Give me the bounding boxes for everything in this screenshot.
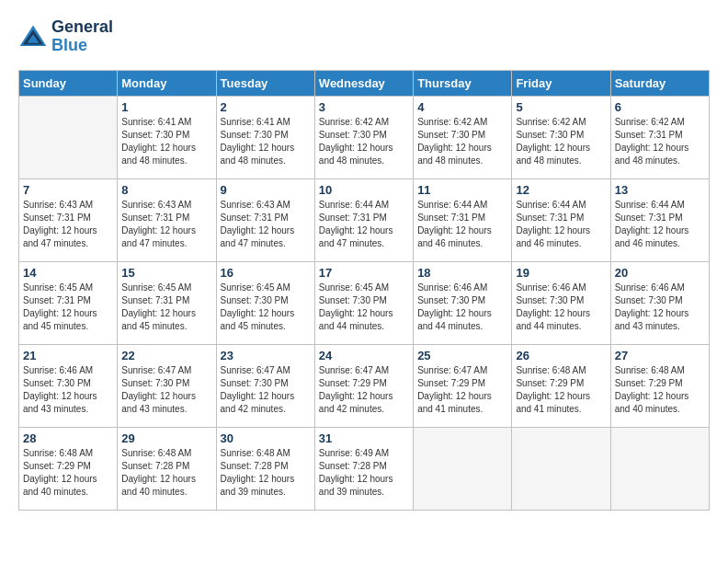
day-number: 8	[121, 183, 211, 197]
day-info: Sunrise: 6:47 AMSunset: 7:29 PMDaylight:…	[319, 364, 409, 416]
calendar-day-cell: 19Sunrise: 6:46 AMSunset: 7:30 PMDayligh…	[512, 261, 610, 344]
day-of-week-header: Monday	[118, 70, 216, 96]
calendar-day-cell: 8Sunrise: 6:43 AMSunset: 7:31 PMDaylight…	[118, 178, 216, 261]
day-info: Sunrise: 6:43 AMSunset: 7:31 PMDaylight:…	[23, 199, 113, 250]
day-number: 29	[121, 431, 211, 445]
logo-text: General Blue	[51, 18, 113, 55]
day-number: 7	[23, 183, 113, 197]
day-number: 25	[417, 349, 507, 362]
day-info: Sunrise: 6:45 AMSunset: 7:30 PMDaylight:…	[221, 282, 311, 333]
calendar-day-cell: 23Sunrise: 6:47 AMSunset: 7:30 PMDayligh…	[216, 344, 314, 427]
calendar-day-cell	[610, 427, 709, 510]
day-info: Sunrise: 6:42 AMSunset: 7:30 PMDaylight:…	[516, 116, 606, 167]
day-info: Sunrise: 6:48 AMSunset: 7:29 PMDaylight:…	[23, 447, 113, 499]
calendar-day-cell: 31Sunrise: 6:49 AMSunset: 7:28 PMDayligh…	[314, 427, 413, 510]
day-number: 15	[121, 266, 211, 280]
day-of-week-header: Saturday	[610, 70, 709, 96]
calendar-header-row: SundayMondayTuesdayWednesdayThursdayFrid…	[19, 70, 710, 96]
day-info: Sunrise: 6:43 AMSunset: 7:31 PMDaylight:…	[221, 199, 311, 250]
day-number: 31	[319, 431, 409, 445]
day-of-week-header: Thursday	[414, 70, 512, 96]
day-number: 24	[319, 349, 409, 362]
day-number: 22	[121, 349, 211, 362]
day-info: Sunrise: 6:42 AMSunset: 7:30 PMDaylight:…	[417, 116, 507, 167]
day-number: 4	[417, 100, 507, 114]
day-number: 16	[221, 266, 311, 280]
calendar-day-cell: 13Sunrise: 6:44 AMSunset: 7:31 PMDayligh…	[610, 178, 709, 261]
day-number: 1	[121, 100, 211, 114]
day-info: Sunrise: 6:41 AMSunset: 7:30 PMDaylight:…	[121, 116, 211, 167]
calendar-day-cell: 24Sunrise: 6:47 AMSunset: 7:29 PMDayligh…	[314, 344, 413, 427]
calendar-day-cell: 22Sunrise: 6:47 AMSunset: 7:30 PMDayligh…	[118, 344, 216, 427]
calendar-day-cell: 7Sunrise: 6:43 AMSunset: 7:31 PMDaylight…	[19, 178, 118, 261]
day-info: Sunrise: 6:47 AMSunset: 7:29 PMDaylight:…	[417, 364, 507, 416]
calendar-day-cell: 14Sunrise: 6:45 AMSunset: 7:31 PMDayligh…	[19, 261, 118, 344]
day-of-week-header: Tuesday	[216, 70, 314, 96]
calendar-day-cell: 2Sunrise: 6:41 AMSunset: 7:30 PMDaylight…	[216, 96, 314, 178]
day-number: 6	[615, 100, 705, 114]
calendar-day-cell: 18Sunrise: 6:46 AMSunset: 7:30 PMDayligh…	[414, 261, 512, 344]
calendar-week-row: 21Sunrise: 6:46 AMSunset: 7:30 PMDayligh…	[19, 344, 710, 427]
calendar-day-cell: 30Sunrise: 6:48 AMSunset: 7:28 PMDayligh…	[216, 427, 314, 510]
calendar-day-cell: 27Sunrise: 6:48 AMSunset: 7:29 PMDayligh…	[610, 344, 709, 427]
day-number: 17	[319, 266, 409, 280]
day-info: Sunrise: 6:48 AMSunset: 7:29 PMDaylight:…	[516, 364, 606, 416]
calendar-day-cell: 28Sunrise: 6:48 AMSunset: 7:29 PMDayligh…	[19, 427, 118, 510]
calendar-day-cell	[512, 427, 610, 510]
day-info: Sunrise: 6:45 AMSunset: 7:30 PMDaylight:…	[319, 282, 409, 333]
calendar-day-cell: 4Sunrise: 6:42 AMSunset: 7:30 PMDaylight…	[414, 96, 512, 178]
day-number: 2	[221, 100, 311, 114]
logo-icon	[18, 24, 48, 50]
day-info: Sunrise: 6:44 AMSunset: 7:31 PMDaylight:…	[417, 199, 507, 250]
day-info: Sunrise: 6:47 AMSunset: 7:30 PMDaylight:…	[221, 364, 311, 416]
day-number: 14	[23, 266, 113, 280]
day-number: 11	[417, 183, 507, 197]
day-info: Sunrise: 6:44 AMSunset: 7:31 PMDaylight:…	[319, 199, 409, 250]
day-info: Sunrise: 6:48 AMSunset: 7:28 PMDaylight:…	[121, 447, 211, 499]
day-info: Sunrise: 6:44 AMSunset: 7:31 PMDaylight:…	[516, 199, 606, 250]
calendar-day-cell: 1Sunrise: 6:41 AMSunset: 7:30 PMDaylight…	[118, 96, 216, 178]
day-number: 21	[23, 349, 113, 362]
day-number: 9	[221, 183, 311, 197]
day-number: 30	[221, 431, 311, 445]
day-number: 19	[516, 266, 606, 280]
logo: General Blue	[18, 18, 113, 55]
calendar-day-cell: 6Sunrise: 6:42 AMSunset: 7:31 PMDaylight…	[610, 96, 709, 178]
calendar-day-cell: 5Sunrise: 6:42 AMSunset: 7:30 PMDaylight…	[512, 96, 610, 178]
calendar-day-cell: 11Sunrise: 6:44 AMSunset: 7:31 PMDayligh…	[414, 178, 512, 261]
calendar-week-row: 14Sunrise: 6:45 AMSunset: 7:31 PMDayligh…	[19, 261, 710, 344]
calendar-day-cell: 25Sunrise: 6:47 AMSunset: 7:29 PMDayligh…	[414, 344, 512, 427]
day-number: 3	[319, 100, 409, 114]
day-number: 28	[23, 431, 113, 445]
day-number: 10	[319, 183, 409, 197]
day-info: Sunrise: 6:46 AMSunset: 7:30 PMDaylight:…	[417, 282, 507, 333]
day-info: Sunrise: 6:42 AMSunset: 7:30 PMDaylight:…	[319, 116, 409, 167]
calendar-day-cell: 26Sunrise: 6:48 AMSunset: 7:29 PMDayligh…	[512, 344, 610, 427]
calendar-week-row: 7Sunrise: 6:43 AMSunset: 7:31 PMDaylight…	[19, 178, 710, 261]
calendar-day-cell: 20Sunrise: 6:46 AMSunset: 7:30 PMDayligh…	[610, 261, 709, 344]
day-number: 12	[516, 183, 606, 197]
day-number: 18	[417, 266, 507, 280]
day-info: Sunrise: 6:46 AMSunset: 7:30 PMDaylight:…	[516, 282, 606, 333]
day-info: Sunrise: 6:48 AMSunset: 7:28 PMDaylight:…	[221, 447, 311, 499]
day-number: 26	[516, 349, 606, 362]
calendar-day-cell: 9Sunrise: 6:43 AMSunset: 7:31 PMDaylight…	[216, 178, 314, 261]
calendar-week-row: 1Sunrise: 6:41 AMSunset: 7:30 PMDaylight…	[19, 96, 710, 178]
day-info: Sunrise: 6:41 AMSunset: 7:30 PMDaylight:…	[221, 116, 311, 167]
day-of-week-header: Friday	[512, 70, 610, 96]
calendar-week-row: 28Sunrise: 6:48 AMSunset: 7:29 PMDayligh…	[19, 427, 710, 510]
day-number: 20	[615, 266, 705, 280]
day-of-week-header: Sunday	[19, 70, 118, 96]
page-header: General Blue	[18, 18, 710, 55]
calendar-day-cell: 12Sunrise: 6:44 AMSunset: 7:31 PMDayligh…	[512, 178, 610, 261]
day-info: Sunrise: 6:44 AMSunset: 7:31 PMDaylight:…	[615, 199, 705, 250]
day-number: 23	[221, 349, 311, 362]
calendar-day-cell: 15Sunrise: 6:45 AMSunset: 7:31 PMDayligh…	[118, 261, 216, 344]
day-info: Sunrise: 6:46 AMSunset: 7:30 PMDaylight:…	[23, 364, 113, 416]
day-number: 5	[516, 100, 606, 114]
day-number: 27	[615, 349, 705, 362]
calendar-day-cell: 21Sunrise: 6:46 AMSunset: 7:30 PMDayligh…	[19, 344, 118, 427]
day-number: 13	[615, 183, 705, 197]
calendar-table: SundayMondayTuesdayWednesdayThursdayFrid…	[18, 70, 710, 511]
day-info: Sunrise: 6:45 AMSunset: 7:31 PMDaylight:…	[121, 282, 211, 333]
